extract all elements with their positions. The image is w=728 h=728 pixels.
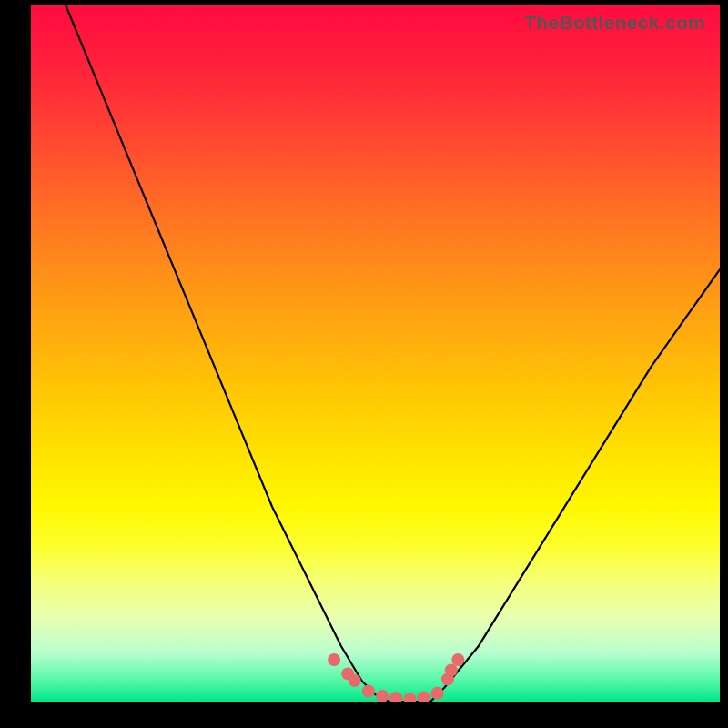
anomaly-point (349, 674, 361, 687)
anomaly-point (341, 667, 354, 680)
watermark-text: TheBottleneck.com (524, 12, 705, 34)
anomaly-point (418, 691, 430, 702)
plot-area: TheBottleneck.com (31, 5, 720, 702)
anomaly-point (441, 673, 454, 686)
marker-group (328, 653, 464, 702)
anomaly-point (389, 692, 402, 702)
anomaly-point (445, 664, 458, 677)
anomaly-point (451, 653, 464, 666)
anomaly-point (431, 687, 444, 700)
anomaly-point (362, 685, 375, 698)
anomaly-point (328, 653, 340, 666)
chart-container: TheBottleneck.com (0, 0, 728, 728)
curve-layer (31, 5, 720, 702)
anomaly-point (403, 693, 416, 702)
bottleneck-curve (66, 5, 720, 702)
anomaly-point (376, 690, 389, 702)
